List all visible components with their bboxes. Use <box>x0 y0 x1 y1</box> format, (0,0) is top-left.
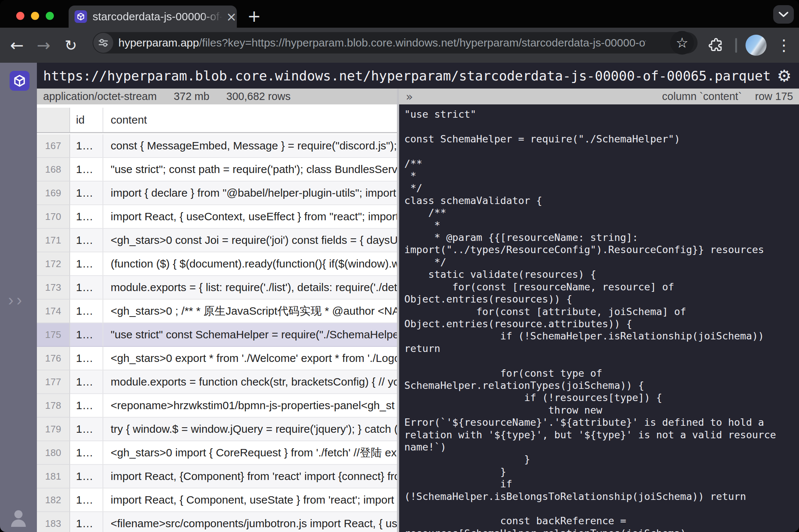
toolbar-divider <box>735 38 737 53</box>
table-row[interactable]: 1781…<reponame>hrzwkstim01/bpmn-js-prope… <box>37 394 397 418</box>
hyperparam-favicon-cube-icon <box>75 10 87 23</box>
cell-content: (function ($) { $(document).ready(functi… <box>103 252 397 276</box>
zoom-window-button[interactable] <box>46 12 54 20</box>
table-row[interactable]: 1731…module.exports = { list: require('.… <box>37 276 397 300</box>
row-number: 179 <box>37 418 70 441</box>
app-sidebar: ›› <box>0 63 37 532</box>
cell-content: try { window.$ = window.jQuery = require… <box>103 418 397 441</box>
cell-id: 1… <box>70 418 103 441</box>
titlebar: starcoderdata-js-00000-of-0 × + <box>0 0 799 28</box>
file-url: https://hyperparam.blob.core.windows.net… <box>43 68 771 83</box>
content-type: application/octet-stream <box>43 90 157 103</box>
table-row[interactable]: 1761…<gh_stars>0 export * from './Welcom… <box>37 347 397 370</box>
settings-button[interactable]: ⚙ <box>773 63 795 89</box>
row-number: 181 <box>37 465 70 488</box>
table-row[interactable]: 1821…import React, { Component, useState… <box>37 488 397 512</box>
address-bar[interactable]: hyperparam.app/files?key=https://hyperpa… <box>93 32 698 53</box>
user-profile-icon[interactable] <box>9 509 28 528</box>
forward-button[interactable]: → <box>32 28 55 63</box>
table-row[interactable]: 1751…"use strict" const SchemaHelper = r… <box>37 323 397 347</box>
table-row[interactable]: 1681…"use strict"; const path = require(… <box>37 158 397 182</box>
puzzle-icon <box>708 37 724 53</box>
table-row[interactable]: 1791…try { window.$ = window.jQuery = re… <box>37 418 397 441</box>
browser-window: starcoderdata-js-00000-of-0 × + ← → ↻ hy… <box>0 0 799 532</box>
column-header-id[interactable]: id <box>70 108 103 132</box>
tab-close-icon[interactable]: × <box>226 10 237 23</box>
close-window-button[interactable] <box>16 12 24 20</box>
tab-search-button[interactable] <box>773 5 794 24</box>
row-number: 176 <box>37 347 70 370</box>
table-row[interactable]: 1671…const { MessageEmbed, Message } = r… <box>37 134 397 158</box>
sidebar-expand-chevrons-icon[interactable]: ›› <box>8 291 25 309</box>
table-row[interactable]: 1771…module.exports = function check(str… <box>37 370 397 394</box>
table-row[interactable]: 1811…import React, {Component} from 'rea… <box>37 465 397 488</box>
cell-content: "use strict"; const path = require('path… <box>103 158 397 182</box>
gear-icon: ⚙ <box>777 66 791 85</box>
table-row[interactable]: 1701…import React, { useContext, useEffe… <box>37 205 397 229</box>
hyperparam-logo-cube-icon[interactable] <box>10 71 30 91</box>
cell-id: 1… <box>70 229 103 252</box>
cell-id: 1… <box>70 512 103 532</box>
row-number: 169 <box>37 182 70 205</box>
browser-tab[interactable]: starcoderdata-js-00000-of-0 × <box>69 6 237 28</box>
table-row[interactable]: 1691…import { declare } from "@babel/hel… <box>37 182 397 205</box>
cell-content: module.exports = function check(str, bra… <box>103 370 397 394</box>
table-header: id content <box>37 108 397 133</box>
reload-button[interactable]: ↻ <box>60 28 82 63</box>
star-icon: ☆ <box>676 35 688 51</box>
back-button[interactable]: ← <box>6 28 28 63</box>
row-number: 182 <box>37 488 70 512</box>
table-row[interactable]: 1801…<gh_stars>0 import { CoreRequest } … <box>37 441 397 465</box>
table-row[interactable]: 1741…<gh_stars>0 ; /** * 原生JavaScript代码实… <box>37 300 397 323</box>
detail-row-label: row 175 <box>755 90 793 103</box>
cell-id: 1… <box>70 134 103 158</box>
cell-id: 1… <box>70 276 103 300</box>
table-row[interactable]: 1711…<gh_stars>0 const Joi = require('jo… <box>37 229 397 252</box>
cell-content: <gh_stars>0 const Joi = require('joi') c… <box>103 229 397 252</box>
cell-code-content: "use strict" const SchemaHelper = requir… <box>399 104 799 532</box>
new-tab-button[interactable]: + <box>246 8 263 25</box>
cell-id: 1… <box>70 300 103 323</box>
row-number: 168 <box>37 158 70 182</box>
row-number: 167 <box>37 134 70 158</box>
detail-column-label: column `content` <box>662 90 742 103</box>
cell-content: import React, { useContext, useEffect } … <box>103 205 397 229</box>
row-number: 171 <box>37 229 70 252</box>
row-number: 172 <box>37 252 70 276</box>
extensions-button[interactable] <box>706 35 726 55</box>
file-size: 372 mb <box>174 90 210 103</box>
column-header-content[interactable]: content <box>103 108 397 132</box>
cell-content: import React, {Component} from 'react' i… <box>103 465 397 488</box>
collapse-panel-icon[interactable]: » <box>406 90 413 104</box>
cell-content: <gh_stars>0 export * from './Welcome' ex… <box>103 347 397 370</box>
row-number: 177 <box>37 370 70 394</box>
table-row[interactable]: 1831…<filename>src/components/jumbotron.… <box>37 512 397 532</box>
row-number: 180 <box>37 441 70 465</box>
data-table: id content 1671…const { MessageEmbed, Me… <box>37 104 397 532</box>
tab-title: starcoderdata-js-00000-of-0 <box>93 10 225 23</box>
site-info-icon[interactable] <box>93 33 113 53</box>
cell-content: module.exports = { list: require('./list… <box>103 276 397 300</box>
table-row[interactable]: 1721…(function ($) { $(document).ready(f… <box>37 252 397 276</box>
cell-content: <gh_stars>0 import { CoreRequest } from … <box>103 441 397 465</box>
file-url-header: https://hyperparam.blob.core.windows.net… <box>37 63 799 89</box>
cell-id: 1… <box>70 182 103 205</box>
profile-avatar[interactable] <box>746 35 767 56</box>
browser-toolbar: ← → ↻ hyperparam.app/files?key=https://h… <box>0 28 799 63</box>
detail-panel-header: » column `content` row 175 <box>399 89 799 104</box>
row-number: 174 <box>37 300 70 323</box>
cell-content: const { MessageEmbed, Message } = requir… <box>103 134 397 158</box>
cell-id: 1… <box>70 347 103 370</box>
row-number: 183 <box>37 512 70 532</box>
cell-content: import { declare } from "@babel/helper-p… <box>103 182 397 205</box>
meta-band: application/octet-stream 372 mb 300,682 … <box>37 89 799 104</box>
row-number: 173 <box>37 276 70 300</box>
url-text[interactable]: hyperparam.app/files?key=https://hyperpa… <box>118 37 646 49</box>
file-meta: application/octet-stream 372 mb 300,682 … <box>37 89 291 104</box>
browser-menu-button[interactable]: ⋮ <box>775 28 793 63</box>
cell-id: 1… <box>70 205 103 229</box>
cell-content: import React, { Component, useState } fr… <box>103 488 397 512</box>
cell-detail-panel: "use strict" const SchemaHelper = requir… <box>399 104 799 532</box>
bookmark-button[interactable]: ☆ <box>670 31 694 55</box>
minimize-window-button[interactable] <box>31 12 39 20</box>
